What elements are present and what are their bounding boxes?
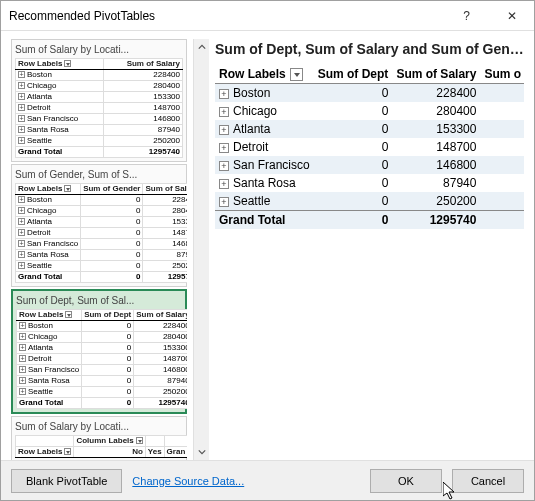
expand-icon[interactable]: + bbox=[219, 89, 229, 99]
table-row: +San Francisco0146800 bbox=[215, 156, 524, 174]
dialog-recommended-pivottables: Recommended PivotTables ? ✕ Sum of Salar… bbox=[0, 0, 535, 501]
cancel-button[interactable]: Cancel bbox=[452, 469, 524, 493]
expand-icon: + bbox=[18, 71, 25, 78]
thumbnail-item-selected[interactable]: Sum of Dept, Sum of Sal... Row Labels Su… bbox=[11, 289, 187, 414]
window-title: Recommended PivotTables bbox=[9, 9, 444, 23]
thumbnail-item[interactable]: Sum of Salary by Locati... Row Labels Su… bbox=[11, 39, 187, 162]
col-rowlabels[interactable]: Row Labels bbox=[215, 65, 314, 84]
thumbnail-table: Row Labels Sum of Salary +Boston228400 +… bbox=[15, 58, 183, 158]
close-button[interactable]: ✕ bbox=[489, 1, 534, 30]
thumbnail-title: Sum of Dept, Sum of Sal... bbox=[16, 293, 182, 309]
thumbnail-table: Column Labels Row LabelsNoYesGran bbox=[15, 435, 187, 458]
table-row: +Atlanta0153300 bbox=[215, 120, 524, 138]
grand-total-row: Grand Total01295740 bbox=[215, 211, 524, 230]
scroll-up-icon[interactable] bbox=[196, 41, 208, 53]
footer: Blank PivotTable Change Source Data... O… bbox=[1, 460, 534, 500]
scroll-down-icon[interactable] bbox=[196, 446, 208, 458]
preview-pane: Sum of Dept, Sum of Salary and Sum of Ge… bbox=[215, 39, 524, 460]
thumbnail-table: Row Labels Sum of Gender Sum of Salary +… bbox=[15, 183, 187, 283]
thumbnail-scrollbar[interactable] bbox=[193, 39, 209, 460]
table-header-row: Row Labels Sum of Dept Sum of Salary Sum… bbox=[215, 65, 524, 84]
thumbnail-list: Sum of Salary by Locati... Row Labels Su… bbox=[11, 39, 187, 460]
dropdown-icon[interactable] bbox=[290, 68, 303, 81]
ok-button[interactable]: OK bbox=[370, 469, 442, 493]
col-salary: Sum of Salary bbox=[392, 65, 480, 84]
dropdown-icon bbox=[64, 60, 71, 67]
change-source-data-link[interactable]: Change Source Data... bbox=[132, 475, 244, 487]
table-row: +Detroit0148700 bbox=[215, 138, 524, 156]
expand-icon[interactable]: + bbox=[219, 143, 229, 153]
thumbnail-item[interactable]: Sum of Salary by Locati... Column Labels… bbox=[11, 416, 187, 460]
thumbnail-title: Sum of Salary by Locati... bbox=[15, 42, 183, 58]
expand-icon[interactable]: + bbox=[219, 107, 229, 117]
help-icon: ? bbox=[463, 9, 470, 23]
expand-icon[interactable]: + bbox=[219, 197, 229, 207]
thumbnail-title: Sum of Salary by Locati... bbox=[15, 419, 183, 435]
table-row: +Chicago0280400 bbox=[215, 102, 524, 120]
expand-icon[interactable]: + bbox=[219, 161, 229, 171]
table-row: +Santa Rosa087940 bbox=[215, 174, 524, 192]
col-extra: Sum o bbox=[480, 65, 524, 84]
table-row: +Boston0228400 bbox=[215, 84, 524, 103]
thumbnail-title: Sum of Gender, Sum of S... bbox=[15, 167, 183, 183]
table-row: +Seattle0250200 bbox=[215, 192, 524, 211]
help-button[interactable]: ? bbox=[444, 1, 489, 30]
col-dept: Sum of Dept bbox=[314, 65, 393, 84]
preview-table: Row Labels Sum of Dept Sum of Salary Sum… bbox=[215, 65, 524, 229]
expand-icon[interactable]: + bbox=[219, 125, 229, 135]
titlebar: Recommended PivotTables ? ✕ bbox=[1, 1, 534, 31]
expand-icon[interactable]: + bbox=[219, 179, 229, 189]
content-area: Sum of Salary by Locati... Row Labels Su… bbox=[1, 31, 534, 460]
close-icon: ✕ bbox=[507, 9, 517, 23]
preview-title: Sum of Dept, Sum of Salary and Sum of Ge… bbox=[215, 39, 524, 65]
blank-pivottable-button[interactable]: Blank PivotTable bbox=[11, 469, 122, 493]
thumbnail-item[interactable]: Sum of Gender, Sum of S... Row Labels Su… bbox=[11, 164, 187, 287]
thumbnail-table: Row Labels Sum of Dept Sum of Salary S +… bbox=[16, 309, 187, 409]
